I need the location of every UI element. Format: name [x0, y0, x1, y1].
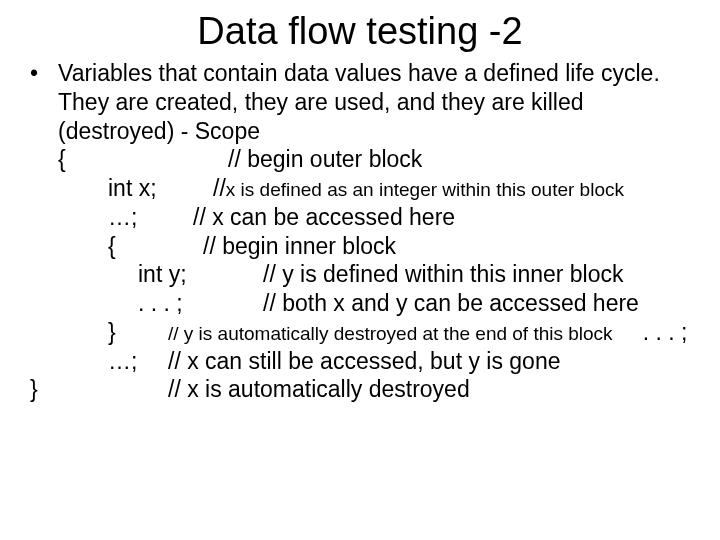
- declaration: int y;: [138, 260, 208, 289]
- comment: // y is defined within this inner block: [263, 260, 624, 289]
- brace-close-outer: }: [30, 375, 60, 404]
- brace-open-inner: {: [108, 232, 148, 261]
- code-line: } // y is automatically destroyed at the…: [58, 318, 690, 347]
- comment: // y is automatically destroyed at the e…: [168, 322, 613, 346]
- ellipsis: . . . ;: [643, 318, 688, 347]
- code-line: { // begin inner block: [58, 232, 690, 261]
- comment: // x can be accessed here: [193, 203, 455, 232]
- bullet-item: • Variables that contain data values hav…: [30, 59, 690, 145]
- slide: Data flow testing -2 • Variables that co…: [0, 0, 720, 540]
- bullet-dot: •: [30, 59, 58, 145]
- brace-close-inner: }: [108, 318, 143, 347]
- ellipsis: …;: [108, 347, 168, 376]
- slide-body: • Variables that contain data values hav…: [0, 59, 720, 404]
- bullet-text: Variables that contain data values have …: [58, 59, 690, 145]
- code-line: int y; // y is defined within this inner…: [58, 260, 690, 289]
- comment: // begin outer block: [228, 145, 422, 174]
- brace-open-outer: {: [58, 145, 98, 174]
- code-line: …; // x can still be accessed, but y is …: [58, 347, 690, 376]
- code-line: int x; // x is defined as an integer wit…: [58, 174, 690, 203]
- code-line: } // x is automatically destroyed: [30, 375, 690, 404]
- comment: // begin inner block: [203, 232, 396, 261]
- comment: // x can still be accessed, but y is gon…: [168, 347, 560, 376]
- code-line: { // begin outer block: [58, 145, 690, 174]
- comment: // x is automatically destroyed: [168, 375, 470, 404]
- declaration: int x;: [108, 174, 178, 203]
- ellipsis: . . . ;: [138, 289, 208, 318]
- comment: x is defined as an integer within this o…: [226, 178, 624, 202]
- code-line: …; // x can be accessed here: [58, 203, 690, 232]
- slide-title: Data flow testing -2: [0, 0, 720, 59]
- code-line: . . . ; // both x and y can be accessed …: [58, 289, 690, 318]
- ellipsis: …;: [108, 203, 168, 232]
- comment: // both x and y can be accessed here: [263, 289, 639, 318]
- code-block: { // begin outer block int x; // x is de…: [30, 145, 690, 404]
- comment: //: [213, 174, 226, 203]
